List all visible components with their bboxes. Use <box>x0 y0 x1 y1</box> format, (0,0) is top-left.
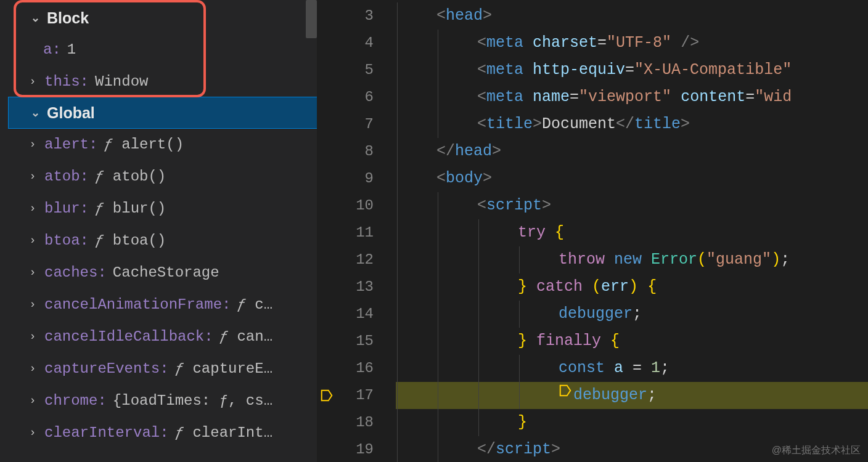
variable-row[interactable]: ›clearInterval:ƒ clearInt… <box>9 416 317 448</box>
code-line[interactable]: } <box>396 409 868 436</box>
line-number: 8 <box>317 138 396 165</box>
code-area[interactable]: <head><meta charset="UTF-8" /><meta http… <box>396 0 868 462</box>
scope-block-header[interactable]: ⌄ Block <box>9 2 317 33</box>
watermark-text: @稀土掘金技术社区 <box>772 444 861 457</box>
code-line[interactable]: <meta charset="UTF-8" /> <box>396 30 868 57</box>
code-line[interactable]: } catch (err) { <box>396 274 868 301</box>
chevron-right-icon: › <box>26 170 39 182</box>
code-line[interactable]: <meta http-equiv="X-UA-Compatible" <box>396 57 868 84</box>
line-number: 7 <box>317 111 396 138</box>
code-line[interactable]: try { <box>396 219 868 246</box>
line-number: 19 <box>317 436 396 462</box>
line-number: 12 <box>317 246 396 274</box>
chevron-right-icon: › <box>26 266 39 278</box>
variable-row[interactable]: a: 1 <box>9 33 317 65</box>
variable-row[interactable]: ›btoa:ƒ btoa() <box>9 224 317 256</box>
code-line[interactable]: <script> <box>396 192 868 219</box>
code-line[interactable]: <meta name="viewport" content="wid <box>396 84 868 111</box>
execution-pointer-icon <box>320 389 334 402</box>
line-number: 16 <box>317 355 396 382</box>
line-number: 14 <box>317 301 396 328</box>
variable-row[interactable]: ›alert:ƒ alert() <box>9 128 317 160</box>
line-number: 18 <box>317 409 396 436</box>
code-line[interactable]: throw new Error("guang"); <box>396 246 868 274</box>
variables-panel: ⌄ Block a: 1 › this: Window ⌄ Global ›al… <box>0 0 317 462</box>
variable-row[interactable]: ›cancelAnimationFrame:ƒ c… <box>9 288 317 320</box>
chevron-right-icon: › <box>26 426 39 439</box>
scope-global-header[interactable]: ⌄ Global <box>9 97 317 128</box>
chevron-down-icon: ⌄ <box>28 11 42 25</box>
line-number: 15 <box>317 328 396 355</box>
scrollbar-thumb[interactable] <box>306 0 317 38</box>
code-line[interactable]: <head> <box>396 2 868 30</box>
code-line[interactable]: const a = 1; <box>396 355 868 382</box>
variable-row[interactable]: ›caches:CacheStorage <box>9 256 317 288</box>
scope-label: Block <box>47 9 89 27</box>
chevron-right-icon: › <box>26 138 39 150</box>
line-number: 3 <box>317 2 396 30</box>
line-number: 10 <box>317 192 396 219</box>
variable-row[interactable]: ›cancelIdleCallback:ƒ can… <box>9 320 317 352</box>
variable-row[interactable]: ›blur:ƒ blur() <box>9 192 317 224</box>
chevron-down-icon: ⌄ <box>28 106 42 120</box>
line-number: 6 <box>317 84 396 111</box>
chevron-right-icon: › <box>26 75 39 87</box>
code-line[interactable]: debugger; <box>396 382 868 409</box>
code-line[interactable]: <title>Document</title> <box>396 111 868 138</box>
chevron-right-icon: › <box>26 298 39 310</box>
code-line[interactable]: } finally { <box>396 328 868 355</box>
chevron-right-icon: › <box>26 234 39 246</box>
execution-pointer-inline-icon <box>559 380 572 407</box>
chevron-right-icon: › <box>26 330 39 342</box>
variable-row[interactable]: ›atob:ƒ atob() <box>9 160 317 192</box>
line-number: 4 <box>317 30 396 57</box>
code-line[interactable]: <body> <box>396 165 868 192</box>
variable-row[interactable]: › this: Window <box>9 65 317 97</box>
line-number: 11 <box>317 219 396 246</box>
variable-row[interactable]: ›captureEvents:ƒ captureE… <box>9 352 317 384</box>
variable-row[interactable]: ›chrome:{loadTimes: ƒ, cs… <box>9 384 317 416</box>
line-number: 5 <box>317 57 396 84</box>
chevron-right-icon: › <box>26 394 39 407</box>
line-number: 13 <box>317 274 396 301</box>
scope-label: Global <box>47 104 95 122</box>
line-number: 9 <box>317 165 396 192</box>
chevron-right-icon: › <box>26 202 39 214</box>
editor[interactable]: 345678910111213141516171819 <head><meta … <box>317 0 868 462</box>
code-line[interactable]: debugger; <box>396 301 868 328</box>
code-line[interactable]: </head> <box>396 138 868 165</box>
chevron-right-icon: › <box>26 362 39 375</box>
